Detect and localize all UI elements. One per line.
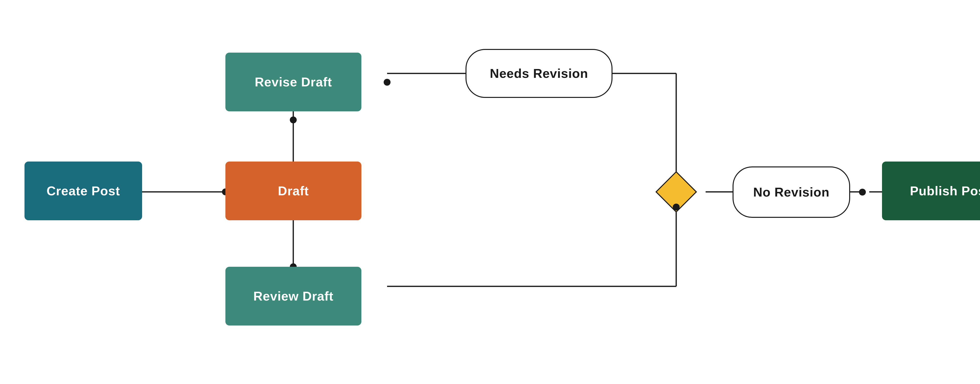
publish-post-node: Publish Post: [882, 162, 980, 220]
dot-diamond-bottom: [673, 204, 679, 211]
needs-revision-node: Needs Revision: [466, 49, 612, 98]
flowchart-canvas: Create Post Draft Revise Draft Needs Rev…: [0, 0, 980, 384]
dot-draft-top: [290, 116, 297, 123]
needs-revision-label: Needs Revision: [490, 66, 588, 81]
create-post-label: Create Post: [46, 184, 120, 198]
revise-draft-label: Revise Draft: [255, 75, 332, 89]
draft-label: Draft: [278, 184, 309, 198]
dot-no-revision-right: [859, 189, 866, 195]
create-post-node: Create Post: [24, 162, 142, 220]
no-revision-node: No Revision: [733, 167, 850, 218]
no-revision-label: No Revision: [753, 185, 830, 200]
dot-revise-right: [384, 79, 391, 86]
publish-post-label: Publish Post: [910, 184, 980, 198]
review-draft-label: Review Draft: [253, 289, 333, 303]
draft-node: Draft: [225, 162, 361, 220]
review-draft-node: Review Draft: [225, 267, 361, 325]
revise-draft-node: Revise Draft: [225, 52, 361, 111]
